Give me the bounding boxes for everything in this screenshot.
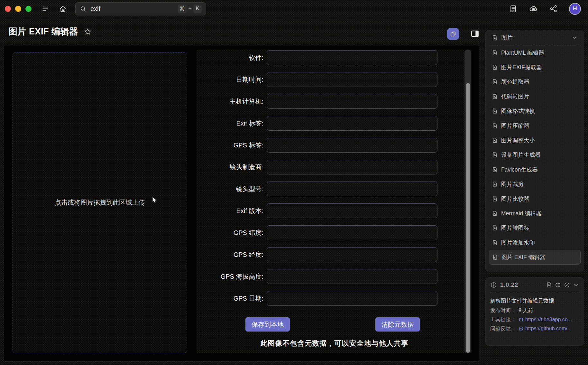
save-local-button[interactable]: 保存到本地: [245, 317, 290, 332]
release-date-row: 发布时间： 8 天前: [490, 307, 579, 314]
globe-icon[interactable]: [555, 282, 561, 288]
shortcut-cmd-key: ⌘: [178, 5, 187, 13]
file-image-icon: [492, 108, 498, 114]
field-label: GPS 海拔高度:: [197, 272, 263, 281]
search-query-text: exif: [90, 5, 100, 13]
software-input[interactable]: [267, 50, 437, 65]
close-window-button[interactable]: [5, 6, 11, 12]
sidebar-item-plantuml-editor[interactable]: PlantUML 编辑器: [489, 45, 581, 60]
cloud-sync-icon[interactable]: [529, 4, 538, 14]
host-computer-input[interactable]: [267, 94, 437, 109]
file-image-icon: [492, 167, 498, 173]
file-image-icon: [492, 240, 498, 246]
notes-icon[interactable]: [509, 5, 518, 13]
field-label: GPS 经度:: [197, 250, 263, 259]
duplicate-tool-button[interactable]: [447, 28, 459, 40]
tool-item-label: 颜色提取器: [501, 78, 529, 86]
avatar-letter: H: [573, 5, 577, 12]
sidebar-item-image-to-icon[interactable]: 图片转图标: [489, 221, 581, 235]
feedback-link[interactable]: https://github.com/...: [525, 325, 572, 332]
lens-maker-input[interactable]: [267, 160, 437, 174]
feedback-row: 问题反馈： https://github.com/...: [490, 325, 579, 332]
sidebar-category-header[interactable]: 图片: [489, 30, 581, 45]
check-circle-icon[interactable]: [564, 282, 570, 288]
file-image-icon: [492, 123, 498, 129]
sidebar-item-image-resizer[interactable]: 图片调整大小: [489, 133, 581, 147]
file-image-icon: [492, 137, 498, 143]
tool-item-label: PlantUML 编辑器: [501, 49, 544, 57]
chevron-down-icon[interactable]: [573, 282, 579, 288]
gps-latitude-input[interactable]: [267, 225, 437, 240]
page-title: 图片 EXIF 编辑器: [9, 26, 78, 37]
sidebar-item-mermaid-editor[interactable]: Mermaid 编辑器: [489, 206, 581, 220]
field-label: GPS 日期:: [197, 294, 263, 303]
form-row-datetime: 日期时间:: [197, 72, 472, 87]
share-icon[interactable]: [549, 5, 558, 13]
search-icon: [80, 5, 87, 12]
tool-item-label: 图片裁剪: [501, 180, 524, 188]
tool-link[interactable]: https://t.he3app.co...: [525, 316, 572, 323]
gps-altitude-input[interactable]: [267, 269, 437, 284]
field-label: 日期时间:: [197, 75, 263, 84]
metadata-note: 此图像不包含元数据，可以安全地与他人共享: [197, 339, 472, 348]
sidebar-item-image-comparator[interactable]: 图片比较器: [489, 192, 581, 206]
tool-item-label: 设备图片生成器: [501, 151, 541, 159]
gps-longitude-input[interactable]: [267, 247, 437, 262]
gps-date-input[interactable]: [267, 291, 437, 306]
sidebar-item-image-exif-extractor[interactable]: 图片EXIF提取器: [489, 60, 581, 74]
file-image-icon: [492, 94, 498, 99]
home-icon[interactable]: [59, 5, 67, 13]
tool-link-icon: [519, 317, 524, 322]
upload-dropzone[interactable]: 点击或将图片拖拽到此区域上传: [13, 52, 187, 353]
file-image-icon: [492, 64, 498, 70]
zoom-window-button[interactable]: [25, 6, 32, 12]
sidebar-item-image-compressor[interactable]: 图片压缩器: [489, 118, 581, 133]
form-row-gps-altitude: GPS 海拔高度:: [197, 269, 472, 284]
tool-item-label: 图片添加水印: [501, 239, 535, 247]
form-scrollbar-track[interactable]: [464, 50, 471, 353]
form-scrollbar-thumb[interactable]: [466, 83, 470, 353]
minimize-window-button[interactable]: [15, 6, 21, 12]
release-date-value: 8 天前: [519, 307, 533, 314]
shortcut-plus: +: [188, 6, 191, 12]
favorite-star-icon[interactable]: [84, 28, 92, 36]
datetime-input[interactable]: [267, 72, 437, 87]
tool-item-label: Mermaid 编辑器: [501, 210, 541, 217]
avatar[interactable]: H: [569, 3, 581, 15]
info-panel-header[interactable]: 1.0.22: [490, 278, 579, 292]
list-icon[interactable]: [41, 5, 49, 13]
file-image-icon: [492, 254, 498, 260]
sidebar-item-code-to-image[interactable]: 代码转图片: [489, 89, 581, 104]
tool-link-row: 工具链接： https://t.he3app.co...: [490, 316, 579, 323]
file-image-icon: [492, 211, 498, 216]
sidebar-item-color-extractor[interactable]: 颜色提取器: [489, 75, 581, 89]
sidebar-item-image-watermark[interactable]: 图片添加水印: [489, 235, 581, 250]
gps-tag-input[interactable]: [267, 138, 437, 153]
clear-metadata-button[interactable]: 清除元数据: [375, 317, 420, 332]
sidebar-item-image-exif-editor[interactable]: 图片 EXIF 编辑器: [489, 250, 581, 264]
sidebar-item-device-image-generator[interactable]: 设备图片生成器: [489, 148, 581, 162]
shortcut-k-key: K: [193, 5, 202, 13]
exif-tag-input[interactable]: [267, 116, 437, 131]
chevron-down-icon[interactable]: [572, 34, 578, 41]
sidebar-item-image-format-convert[interactable]: 图像格式转换: [489, 104, 581, 118]
search-input[interactable]: exif ⌘ + K: [75, 2, 206, 15]
version-number: 1.0.22: [500, 281, 546, 288]
field-label: 镜头制造商:: [197, 163, 263, 172]
file-image-icon: [492, 181, 498, 187]
release-date-label: 发布时间：: [490, 307, 516, 314]
sidebar-item-favicon-generator[interactable]: Favicon生成器: [489, 162, 581, 177]
form-row-lens-model: 镜头型号:: [197, 182, 472, 196]
exif-form-panel: 软件: 日期时间: 主机计算机: Exif 标签: GPS 标签: 镜头制造商:: [197, 50, 472, 353]
panel-toggle-icon[interactable]: [470, 29, 480, 38]
dropzone-hint: 点击或将图片拖拽到此区域上传: [55, 198, 145, 207]
tool-item-label: 图片调整大小: [501, 136, 535, 144]
exif-version-input[interactable]: [267, 203, 437, 218]
sidebar-item-image-crop[interactable]: 图片裁剪: [489, 177, 581, 192]
lens-model-input[interactable]: [267, 182, 437, 196]
form-row-software: 软件:: [197, 50, 472, 65]
tool-item-label: 图片转图标: [501, 224, 529, 232]
changelog-file-icon[interactable]: [546, 282, 552, 288]
file-image-icon: [492, 196, 498, 202]
app-window: { "topbar": { "search": { "value": "exif…: [0, 0, 588, 365]
